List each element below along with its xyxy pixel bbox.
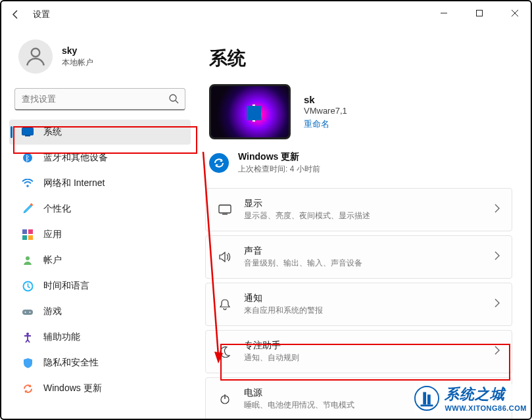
sidebar-item-system[interactable]: 系统 xyxy=(9,120,191,145)
avatar xyxy=(18,39,53,74)
titlebar: 设置 xyxy=(1,1,531,28)
sidebar-item-apps[interactable]: 应用 xyxy=(9,222,191,247)
device-name: sk xyxy=(304,94,347,105)
svg-point-8 xyxy=(26,185,29,187)
power-icon xyxy=(218,392,232,406)
svg-point-18 xyxy=(30,312,31,313)
svg-rect-1 xyxy=(477,11,483,16)
sidebar-item-accessibility[interactable]: 辅助功能 xyxy=(9,325,191,350)
account-icon xyxy=(21,254,34,267)
sidebar-item-label: 网络和 Internet xyxy=(43,177,105,189)
person-icon xyxy=(24,45,47,68)
svg-rect-5 xyxy=(22,128,34,135)
brush-icon xyxy=(21,202,34,216)
back-button[interactable] xyxy=(7,5,25,24)
sidebar-item-accounts[interactable]: 帐户 xyxy=(9,248,191,273)
search-input[interactable] xyxy=(14,88,185,110)
card-subtitle: 显示器、亮度、夜间模式、显示描述 xyxy=(244,210,495,222)
svg-rect-10 xyxy=(22,229,27,234)
minimize-button[interactable] xyxy=(432,4,456,22)
sidebar-item-label: 应用 xyxy=(43,229,62,241)
sidebar: sky 本地帐户 系统 蓝牙和其他设备 网络和 I xyxy=(1,28,199,419)
windows-update-summary[interactable]: Windows 更新 上次检查时间: 4 小时前 xyxy=(209,151,512,175)
svg-rect-27 xyxy=(423,392,427,405)
card-subtitle: 音量级别、输出、输入、声音设备 xyxy=(244,258,495,269)
card-display[interactable]: 显示 显示器、亮度、夜间模式、显示描述 xyxy=(205,188,512,231)
device-info: sk VMware7,1 重命名 xyxy=(209,84,512,139)
watermark-logo-icon xyxy=(414,386,439,411)
svg-point-17 xyxy=(25,312,26,313)
sidebar-item-personalization[interactable]: 个性化 xyxy=(9,197,191,222)
sidebar-item-label: 游戏 xyxy=(43,306,62,317)
sidebar-item-label: Windows 更新 xyxy=(43,383,102,394)
device-thumbnail xyxy=(209,84,291,139)
card-title: 专注助手 xyxy=(244,340,495,352)
update-subtitle: 上次检查时间: 4 小时前 xyxy=(238,164,320,175)
apps-icon xyxy=(21,228,34,241)
card-subtitle: 通知、自动规则 xyxy=(244,352,495,363)
sidebar-item-label: 时间和语言 xyxy=(43,280,89,292)
search-icon xyxy=(168,93,179,106)
update-title: Windows 更新 xyxy=(238,151,320,163)
bell-icon xyxy=(218,297,232,312)
card-title: 声音 xyxy=(244,245,495,257)
search-container xyxy=(14,88,185,110)
watermark-text: 系统之城 xyxy=(445,385,505,404)
update-sync-icon xyxy=(209,153,229,173)
watermark-url: WWW.XITONG86.COM xyxy=(445,404,527,412)
card-title: 显示 xyxy=(244,198,495,210)
sidebar-item-privacy[interactable]: 隐私和安全性 xyxy=(9,350,191,375)
sync-icon xyxy=(21,382,34,395)
sidebar-item-label: 帐户 xyxy=(43,254,62,266)
moon-icon xyxy=(218,344,232,359)
card-sound[interactable]: 声音 音量级别、输出、输入、声音设备 xyxy=(205,235,512,279)
svg-rect-20 xyxy=(219,205,231,213)
svg-rect-13 xyxy=(28,235,33,240)
window-title: 设置 xyxy=(33,9,50,20)
svg-point-19 xyxy=(26,333,29,335)
svg-point-2 xyxy=(32,49,40,57)
clock-globe-icon xyxy=(21,279,34,292)
chevron-right-icon xyxy=(495,346,500,358)
chevron-right-icon xyxy=(495,204,500,216)
svg-rect-28 xyxy=(427,394,431,404)
svg-point-26 xyxy=(415,386,439,410)
svg-point-3 xyxy=(170,95,176,101)
user-profile[interactable]: sky 本地帐户 xyxy=(1,34,199,84)
svg-rect-29 xyxy=(421,405,433,407)
window-controls xyxy=(432,4,527,22)
user-name: sky xyxy=(62,45,93,56)
sidebar-item-label: 隐私和安全性 xyxy=(43,357,99,369)
sidebar-item-gaming[interactable]: 游戏 xyxy=(9,299,191,324)
main-content: 系统 sk VMware7,1 重命名 Windows 更新 上次检查时间: 4… xyxy=(199,28,531,419)
rename-link[interactable]: 重命名 xyxy=(304,118,347,130)
chevron-right-icon xyxy=(495,298,500,310)
svg-rect-16 xyxy=(22,310,33,315)
sidebar-item-bluetooth[interactable]: 蓝牙和其他设备 xyxy=(9,145,191,170)
display-icon xyxy=(218,202,232,217)
maximize-button[interactable] xyxy=(468,4,491,22)
svg-point-14 xyxy=(26,256,30,260)
page-title: 系统 xyxy=(209,46,512,71)
arrow-left-icon xyxy=(11,9,21,20)
sound-icon xyxy=(218,250,232,264)
minimize-icon xyxy=(440,9,448,17)
card-notifications[interactable]: 通知 来自应用和系统的警报 xyxy=(205,283,512,326)
settings-window: 设置 sky 本地帐户 xyxy=(0,0,532,420)
close-button[interactable] xyxy=(503,4,527,22)
sidebar-item-windows-update[interactable]: Windows 更新 xyxy=(9,376,191,401)
device-model: VMware7,1 xyxy=(304,106,347,116)
wifi-icon xyxy=(21,177,34,190)
system-icon xyxy=(21,126,34,139)
user-subtitle: 本地帐户 xyxy=(62,57,93,68)
card-title: 通知 xyxy=(244,292,495,304)
watermark: 系统之城 WWW.XITONG86.COM xyxy=(414,385,527,412)
sidebar-item-label: 辅助功能 xyxy=(43,331,80,343)
card-focus-assist[interactable]: 专注助手 通知、自动规则 xyxy=(205,330,512,373)
svg-rect-12 xyxy=(22,235,27,240)
sidebar-item-label: 个性化 xyxy=(43,203,71,215)
svg-rect-6 xyxy=(25,135,30,137)
shield-icon xyxy=(21,356,34,369)
sidebar-item-time-language[interactable]: 时间和语言 xyxy=(9,273,191,298)
sidebar-item-network[interactable]: 网络和 Internet xyxy=(9,171,191,196)
